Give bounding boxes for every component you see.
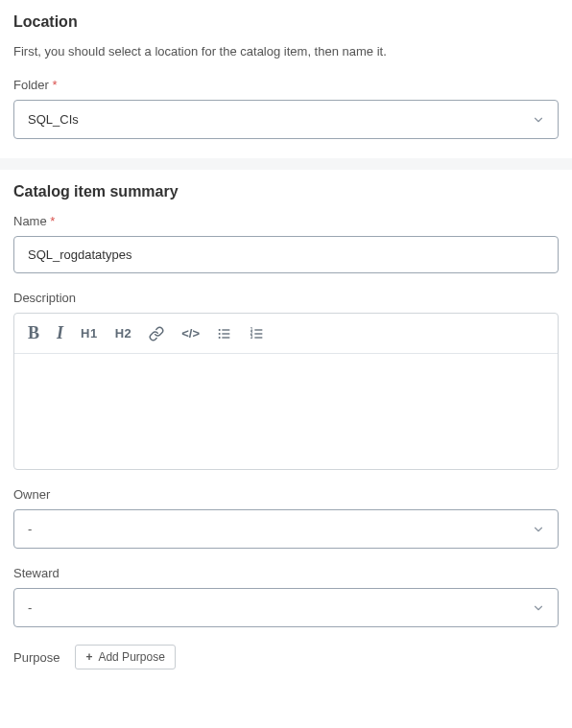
svg-text:3: 3 [250,335,253,340]
steward-label: Steward [13,566,559,580]
location-title: Location [13,13,559,31]
svg-point-2 [219,332,221,334]
description-editor: B I H1 H2 </> 123 [13,313,559,470]
owner-field-group: Owner - [13,487,559,549]
steward-select[interactable]: - [13,588,559,627]
summary-title: Catalog item summary [13,183,559,200]
folder-select[interactable]: SQL_CIs [13,100,559,139]
purpose-field-group: Purpose + Add Purpose [13,645,559,669]
bullet-list-button[interactable] [217,326,232,341]
svg-rect-9 [254,333,262,334]
svg-point-4 [219,336,221,338]
heading1-button[interactable]: H1 [81,326,98,341]
svg-rect-1 [222,329,229,330]
italic-button[interactable]: I [57,323,63,343]
required-marker: * [52,78,57,92]
numbered-list-button[interactable]: 123 [250,326,265,341]
name-field-group: Name * [13,214,559,273]
folder-select-wrap: SQL_CIs [13,100,559,139]
plus-icon: + [85,650,92,664]
name-label: Name * [13,214,559,228]
steward-select-value: - [28,600,32,615]
add-purpose-button[interactable]: + Add Purpose [75,645,175,669]
steward-select-wrap: - [13,588,559,627]
description-textarea[interactable] [14,354,558,469]
heading2-button[interactable]: H2 [115,326,132,341]
owner-select-value: - [28,522,32,536]
name-input[interactable] [13,236,559,273]
purpose-label: Purpose [13,650,60,665]
required-marker: * [50,214,55,228]
svg-rect-7 [254,329,262,330]
description-label: Description [13,291,559,305]
summary-section: Catalog item summary Name * Description … [0,170,572,689]
editor-toolbar: B I H1 H2 </> 123 [14,314,558,354]
section-divider [0,158,572,170]
steward-field-group: Steward - [13,566,559,627]
folder-select-value: SQL_CIs [28,112,79,127]
location-intro: First, you should select a location for … [13,44,559,59]
owner-label: Owner [13,487,559,502]
folder-label: Folder * [13,78,559,92]
folder-label-text: Folder [13,78,49,92]
folder-field-group: Folder * SQL_CIs [13,78,559,139]
owner-select-wrap: - [13,509,559,549]
svg-rect-11 [254,337,262,338]
owner-select[interactable]: - [13,509,559,549]
bold-button[interactable]: B [28,323,39,343]
code-button[interactable]: </> [181,326,200,341]
add-purpose-label: Add Purpose [98,650,164,664]
location-section: Location First, you should select a loca… [0,0,572,158]
svg-rect-5 [222,337,229,338]
svg-rect-3 [222,333,229,334]
svg-point-0 [219,328,221,330]
description-field-group: Description B I H1 H2 </> 123 [13,291,559,470]
link-button[interactable] [149,326,164,341]
name-label-text: Name [13,214,47,228]
